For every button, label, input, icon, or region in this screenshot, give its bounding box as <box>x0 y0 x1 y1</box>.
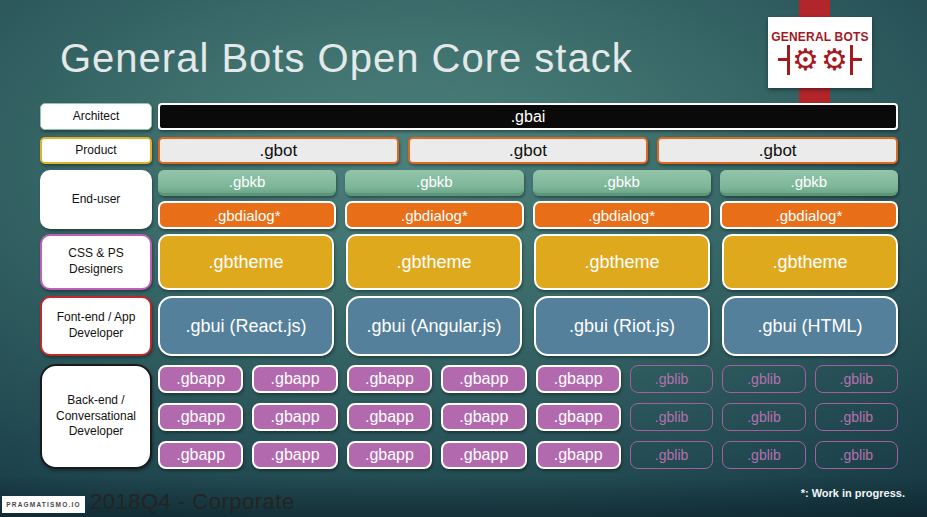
work-in-progress-note: *: Work in progress. <box>801 487 905 499</box>
general-bots-logo: GENERAL BOTS ⚙ ⚙ <box>768 17 872 88</box>
gbot-box: .gbot <box>657 137 898 164</box>
gblib-box: .gblib <box>630 365 713 393</box>
gbapp-box: .gbapp <box>252 441 337 469</box>
gbapp-box: .gbapp <box>441 365 526 393</box>
gbapp-box: .gbapp <box>252 365 337 393</box>
gblib-box: .gblib <box>722 441 805 469</box>
gear-icon: ⚙ <box>792 45 819 75</box>
gbkb-row: .gbkb .gbkb .gbkb .gbkb <box>158 170 898 196</box>
gbui-riot-box: .gbui (Riot.js) <box>534 296 710 356</box>
gbdialog-row: .gbdialog* .gbdialog* .gbdialog* .gbdial… <box>158 201 898 229</box>
gblib-box: .gblib <box>722 403 805 431</box>
backend-row-2: .gbapp .gbapp .gbapp .gbapp .gbapp .gbli… <box>158 403 898 431</box>
gbot-row: .gbot .gbot .gbot <box>158 137 898 164</box>
gbapp-box: .gbapp <box>252 403 337 431</box>
gbui-row: .gbui (React.js) .gbui (Angular.js) .gbu… <box>158 296 898 356</box>
gbapp-box: .gbapp <box>347 441 432 469</box>
gbui-react-box: .gbui (React.js) <box>158 296 334 356</box>
gbtheme-box: .gbtheme <box>722 234 898 290</box>
row-label-text: CSS & PS Designers <box>42 246 150 277</box>
gbkb-box: .gbkb <box>720 170 898 196</box>
gblib-box: .gblib <box>815 441 898 469</box>
gbtheme-box: .gbtheme <box>158 234 334 290</box>
gblib-box: .gblib <box>815 365 898 393</box>
gbkb-box: .gbkb <box>533 170 711 196</box>
gbapp-box: .gbapp <box>158 365 243 393</box>
gbtheme-box: .gbtheme <box>346 234 522 290</box>
gbapp-box: .gbapp <box>158 403 243 431</box>
gbai-row: .gbai <box>158 103 898 130</box>
gbtheme-row: .gbtheme .gbtheme .gbtheme .gbtheme <box>158 234 898 290</box>
backend-row-3: .gbapp .gbapp .gbapp .gbapp .gbapp .gbli… <box>158 441 898 469</box>
row-label-text: Font-end / App Developer <box>46 310 146 341</box>
gbot-box: .gbot <box>158 137 399 164</box>
gear-bracket-right-icon <box>850 45 853 75</box>
pragmatismo-logo: PRAGMATISMO.IO <box>2 496 85 513</box>
gbkb-box: .gbkb <box>158 170 336 196</box>
gear-bracket-left-icon <box>787 45 790 75</box>
gbtheme-box: .gbtheme <box>534 234 710 290</box>
row-label-text: End-user <box>72 192 121 208</box>
row-label-text: Back-end / Conversational Developer <box>46 393 146 440</box>
gbapp-box: .gbapp <box>536 441 621 469</box>
gbapp-box: .gbapp <box>536 403 621 431</box>
row-label-end-user: End-user <box>40 170 152 229</box>
gbapp-box: .gbapp <box>347 365 432 393</box>
gbui-html-box: .gbui (HTML) <box>722 296 898 356</box>
gbapp-box: .gbapp <box>441 403 526 431</box>
gbdialog-box: .gbdialog* <box>158 201 336 229</box>
gblib-box: .gblib <box>630 403 713 431</box>
slide-title: General Bots Open Core stack <box>60 36 633 81</box>
row-label-text: Architect <box>73 109 120 125</box>
row-label-frontend-app-developer: Font-end / App Developer <box>40 296 152 356</box>
gblib-box: .gblib <box>722 365 805 393</box>
row-label-product: Product <box>40 137 152 164</box>
gear-icon: ⚙ <box>821 45 848 75</box>
row-label-text: Product <box>75 143 116 159</box>
gbdialog-box: .gbdialog* <box>533 201 711 229</box>
gbkb-box: .gbkb <box>345 170 523 196</box>
gblib-box: .gblib <box>815 403 898 431</box>
gbdialog-box: .gbdialog* <box>720 201 898 229</box>
gbai-box: .gbai <box>158 103 898 130</box>
row-label-backend-conversational-developer: Back-end / Conversational Developer <box>40 364 152 469</box>
gbui-angular-box: .gbui (Angular.js) <box>346 296 522 356</box>
footer-version-label: 2018Q4 - Corporate <box>90 489 295 515</box>
gbapp-box: .gbapp <box>158 441 243 469</box>
gears-icon: ⚙ ⚙ <box>787 45 853 75</box>
gbapp-box: .gbapp <box>347 403 432 431</box>
row-label-css-ps-designers: CSS & PS Designers <box>40 234 152 290</box>
gbapp-box: .gbapp <box>536 365 621 393</box>
gbdialog-box: .gbdialog* <box>345 201 523 229</box>
row-label-architect: Architect <box>40 103 152 130</box>
gbot-box: .gbot <box>408 137 649 164</box>
slide: General Bots Open Core stack GENERAL BOT… <box>0 0 927 517</box>
gblib-box: .gblib <box>630 441 713 469</box>
gbapp-box: .gbapp <box>441 441 526 469</box>
backend-row-1: .gbapp .gbapp .gbapp .gbapp .gbapp .gbli… <box>158 365 898 393</box>
logo-brand-text: GENERAL BOTS <box>771 30 869 44</box>
